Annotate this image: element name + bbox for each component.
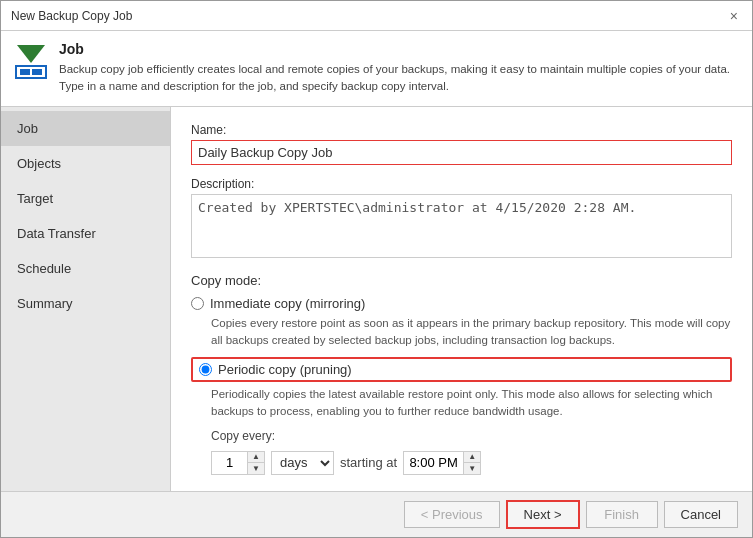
- spinner-down-button[interactable]: ▼: [248, 463, 264, 474]
- sidebar-item-job[interactable]: Job: [1, 111, 170, 146]
- sidebar-item-summary[interactable]: Summary: [1, 286, 170, 321]
- sidebar-item-schedule[interactable]: Schedule: [1, 251, 170, 286]
- copy-mode-group: Copy mode: Immediate copy (mirroring) Co…: [191, 273, 732, 475]
- job-icon: [15, 41, 47, 89]
- periodic-copy-option[interactable]: Periodic copy (pruning): [191, 357, 732, 382]
- finish-button[interactable]: Finish: [586, 501, 658, 528]
- time-spinner-buttons: ▲ ▼: [463, 451, 481, 475]
- description-group: Description:: [191, 177, 732, 261]
- spinner-up-button[interactable]: ▲: [248, 452, 264, 464]
- main-content: Job Objects Target Data Transfer Schedul…: [1, 107, 752, 492]
- copy-every-spinner: ▲ ▼: [211, 451, 265, 475]
- spinner-buttons: ▲ ▼: [247, 451, 265, 475]
- description-label: Description:: [191, 177, 732, 191]
- sidebar-item-objects[interactable]: Objects: [1, 146, 170, 181]
- box-icon: [15, 65, 47, 79]
- header-title: Job: [59, 41, 738, 57]
- immediate-copy-label: Immediate copy (mirroring): [210, 296, 365, 311]
- name-group: Name:: [191, 123, 732, 165]
- time-spinner-down-button[interactable]: ▼: [464, 463, 480, 474]
- periodic-copy-desc: Periodically copies the latest available…: [211, 386, 732, 421]
- interval-select[interactable]: days hours: [271, 451, 334, 475]
- name-input[interactable]: [191, 140, 732, 165]
- name-label: Name:: [191, 123, 732, 137]
- sidebar-item-target[interactable]: Target: [1, 181, 170, 216]
- periodic-copy-radio[interactable]: [199, 363, 212, 376]
- close-button[interactable]: ×: [726, 8, 742, 24]
- previous-button[interactable]: < Previous: [404, 501, 500, 528]
- arrow-down-icon: [17, 45, 45, 63]
- next-button[interactable]: Next >: [506, 500, 580, 529]
- footer: < Previous Next > Finish Cancel: [1, 491, 752, 537]
- sidebar: Job Objects Target Data Transfer Schedul…: [1, 107, 171, 492]
- starting-at-label: starting at: [340, 455, 397, 470]
- copy-every-input[interactable]: [211, 451, 247, 475]
- immediate-copy-desc: Copies every restore point as soon as it…: [211, 315, 732, 350]
- dialog-title: New Backup Copy Job: [11, 9, 132, 23]
- dialog: New Backup Copy Job × Job Backup copy jo…: [0, 0, 753, 538]
- header-text: Job Backup copy job efficiently creates …: [59, 41, 738, 96]
- description-textarea[interactable]: [191, 194, 732, 258]
- header-section: Job Backup copy job efficiently creates …: [1, 31, 752, 107]
- time-spinner: ▲ ▼: [403, 451, 481, 475]
- time-input[interactable]: [403, 451, 463, 475]
- time-spinner-up-button[interactable]: ▲: [464, 452, 480, 464]
- content-area: Name: Description: Copy mode: Immediate …: [171, 107, 752, 492]
- immediate-copy-option[interactable]: Immediate copy (mirroring): [191, 296, 732, 311]
- header-description: Backup copy job efficiently creates loca…: [59, 61, 738, 96]
- copy-every-label: Copy every:: [211, 429, 732, 443]
- immediate-copy-radio[interactable]: [191, 297, 204, 310]
- cancel-button[interactable]: Cancel: [664, 501, 738, 528]
- sidebar-item-data-transfer[interactable]: Data Transfer: [1, 216, 170, 251]
- title-bar: New Backup Copy Job ×: [1, 1, 752, 31]
- copy-every-row: ▲ ▼ days hours starting at ▲ ▼: [211, 451, 732, 475]
- copy-mode-label: Copy mode:: [191, 273, 732, 288]
- periodic-copy-label: Periodic copy (pruning): [218, 362, 352, 377]
